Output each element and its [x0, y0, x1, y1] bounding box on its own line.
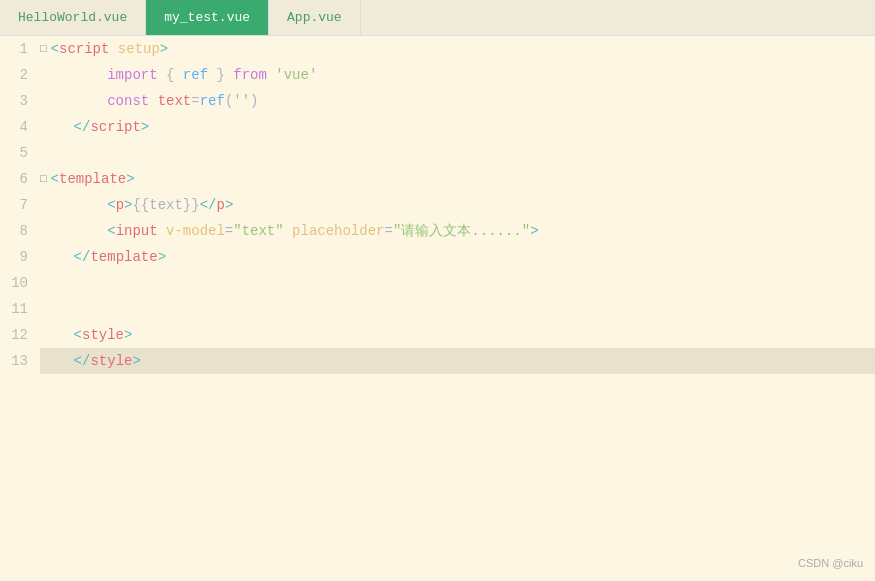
- line-12: <style>: [40, 322, 875, 348]
- ln-8: 8: [0, 218, 36, 244]
- code-content: □ <script setup> import { ref } from 'vu…: [36, 36, 875, 581]
- ln-1: 1: [0, 36, 36, 62]
- tab-app[interactable]: App.vue: [269, 0, 361, 35]
- line-2: import { ref } from 'vue': [40, 62, 875, 88]
- ln-10: 10: [0, 270, 36, 296]
- line-3: const text=ref(''): [40, 88, 875, 114]
- ln-12: 12: [0, 322, 36, 348]
- code-area: 1 2 3 4 5 6 7 8 9 10 11 12 13 □ <script …: [0, 36, 875, 581]
- tab-helloworld[interactable]: HelloWorld.vue: [0, 0, 146, 35]
- fold-1[interactable]: □: [40, 36, 47, 62]
- line-13: </style>: [40, 348, 875, 374]
- ln-4: 4: [0, 114, 36, 140]
- line-8: <input v-model="text" placeholder="请输入文本…: [40, 218, 875, 244]
- tab-bar: HelloWorld.vue my_test.vue App.vue: [0, 0, 875, 36]
- line-11: [40, 296, 875, 322]
- ln-9: 9: [0, 244, 36, 270]
- line-7: <p>{{text}}</p>: [40, 192, 875, 218]
- ln-3: 3: [0, 88, 36, 114]
- editor-container: HelloWorld.vue my_test.vue App.vue 1 2 3…: [0, 0, 875, 581]
- line-4: </script>: [40, 114, 875, 140]
- line-1: □ <script setup>: [40, 36, 875, 62]
- line-10: [40, 270, 875, 296]
- ln-7: 7: [0, 192, 36, 218]
- ln-6: 6: [0, 166, 36, 192]
- line-5: [40, 140, 875, 166]
- line-6: □ <template>: [40, 166, 875, 192]
- ln-2: 2: [0, 62, 36, 88]
- fold-6[interactable]: □: [40, 166, 47, 192]
- line-9: </template>: [40, 244, 875, 270]
- watermark: CSDN @ciku: [798, 557, 863, 569]
- ln-5: 5: [0, 140, 36, 166]
- ln-11: 11: [0, 296, 36, 322]
- line-numbers: 1 2 3 4 5 6 7 8 9 10 11 12 13: [0, 36, 36, 581]
- tab-mytest[interactable]: my_test.vue: [146, 0, 269, 35]
- ln-13: 13: [0, 348, 36, 374]
